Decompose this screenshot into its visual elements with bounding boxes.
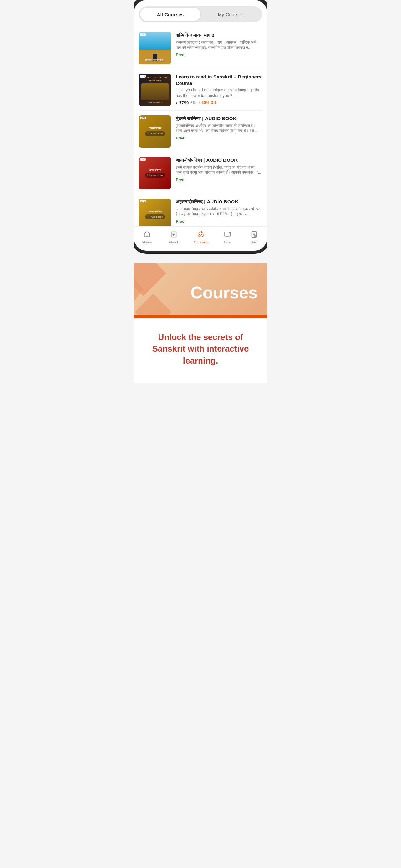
- bottom-nav: Home A Ebook ॐ Courses: [134, 226, 267, 251]
- live-badge: LIVE: [140, 117, 146, 119]
- tagline-section: Unlock the secrets of Sanskrit with inte…: [134, 318, 267, 383]
- list-item[interactable]: LIVE आत्मबोधोपनिषद 🎧 AUDIO BOOK आत्मबोधो…: [139, 152, 262, 194]
- course-desc: Have you heard of a unique ancient langu…: [176, 88, 262, 98]
- live-badge: LIVE: [140, 158, 146, 161]
- course-title: मुंडको उपनिषद | AUDIO BOOK: [176, 115, 262, 122]
- course-price: • ₹799 ₹999 20% Off: [176, 100, 262, 105]
- tagline-text: Unlock the secrets of Sanskrit with inte…: [143, 331, 258, 367]
- list-item[interactable]: LIVE अमृतनादोपनिषद 🎧 AUDIO BOOK अमृतनादो…: [139, 194, 262, 226]
- headphone-icon: 🎧: [147, 132, 150, 135]
- home-icon: [143, 230, 151, 239]
- course-info: मुंडको उपनिषद | AUDIO BOOK मुण्डकोपनिषद …: [176, 115, 262, 141]
- price-original: ₹999: [190, 100, 199, 105]
- nav-home-label: Home: [143, 240, 152, 244]
- thumbnail-text: मुण्डकोपनिषद्: [149, 127, 161, 130]
- course-info: अमृतनादोपनिषद | AUDIO BOOK अमृतनादोपनिषद…: [176, 198, 262, 224]
- audio-badge: 🎧 AUDIO BOOK: [145, 173, 165, 178]
- course-title: वाल्मिकि रामायण भाग 2: [176, 32, 262, 38]
- nav-courses-label: Courses: [194, 240, 207, 244]
- nav-live-label: Live: [224, 240, 230, 244]
- audio-label: AUDIO BOOK: [151, 175, 163, 176]
- quiz-icon: [250, 230, 258, 239]
- headphone-icon: 🎧: [147, 174, 150, 177]
- course-list: वाल्मीकि रामायण भाग 2 LIVE वाल्मिकि रामा…: [134, 27, 267, 226]
- list-item[interactable]: LIVE LEARN TO READ INSANSKRIT AMRITHA KA…: [139, 69, 262, 111]
- course-desc: अमृतनादोपनिषद कृष्ण यजुर्वेदीय शाखा के अ…: [176, 206, 262, 217]
- thumbnail-text: वाल्मीकि रामायण भाग 2: [139, 59, 171, 62]
- phone-frame: All Courses My Courses वाल्मीकि रामायण भ…: [134, 0, 267, 251]
- banner-title: Courses: [140, 283, 261, 302]
- svg-rect-1: [146, 235, 148, 237]
- live-badge: LIVE: [140, 200, 146, 203]
- nav-ebook-label: Ebook: [169, 240, 179, 244]
- price-free: Free: [176, 177, 184, 182]
- audio-badge: 🎧 AUDIO BOOK: [145, 214, 165, 219]
- nav-quiz-label: Quiz: [250, 240, 258, 244]
- nav-quiz[interactable]: Quiz: [244, 230, 264, 244]
- nav-courses[interactable]: ॐ Courses: [191, 230, 210, 244]
- svg-point-8: [228, 232, 229, 234]
- course-info: Learn to read in Sanskrit – Beginners Co…: [176, 73, 262, 105]
- course-price: Free: [176, 219, 262, 224]
- nav-ebook[interactable]: A Ebook: [164, 230, 183, 244]
- price-current: ₹799: [179, 100, 189, 105]
- tab-my-courses[interactable]: My Courses: [201, 8, 261, 21]
- price-free: Free: [176, 52, 184, 57]
- course-thumbnail: LIVE आत्मबोधोपनिषद 🎧 AUDIO BOOK: [139, 157, 171, 189]
- courses-icon: ॐ: [196, 230, 205, 239]
- list-item[interactable]: LIVE मुण्डकोपनिषद् 🎧 AUDIO BOOK मुंडको उ…: [139, 111, 262, 152]
- course-price: Free: [176, 52, 262, 57]
- audio-label: AUDIO BOOK: [151, 216, 163, 218]
- course-thumbnail: LIVE मुण्डकोपनिषद् 🎧 AUDIO BOOK: [139, 115, 171, 148]
- svg-text:A: A: [173, 234, 175, 237]
- thumbnail-text: आत्मबोधोपनिषद: [149, 168, 161, 172]
- course-title: Learn to read in Sanskrit – Beginners Co…: [176, 73, 262, 86]
- price-dot: •: [176, 100, 177, 105]
- list-item[interactable]: वाल्मीकि रामायण भाग 2 LIVE वाल्मिकि रामा…: [139, 27, 262, 69]
- course-price: Free: [176, 177, 262, 182]
- course-thumbnail: LIVE LEARN TO READ INSANSKRIT AMRITHA KA…: [139, 73, 171, 106]
- courses-section: Courses Unlock the secrets of Sanskrit w…: [134, 264, 267, 383]
- course-title: आत्मबोधोपनिषद | AUDIO BOOK: [176, 157, 262, 163]
- course-info: वाल्मिकि रामायण भाग 2 रामायण (संस्कृत : …: [176, 32, 262, 57]
- audio-label: AUDIO BOOK: [151, 133, 163, 135]
- courses-banner: Courses: [134, 264, 267, 315]
- price-free: Free: [176, 219, 184, 224]
- nav-home[interactable]: Home: [137, 230, 157, 244]
- thumbnail-author: AMRITHA KAILAS: [148, 101, 161, 103]
- course-desc: रामायण (संस्कृत : रामायणम् = राम + आयणम्…: [176, 40, 262, 51]
- headphone-icon: 🎧: [147, 215, 150, 218]
- audio-badge: 🎧 AUDIO BOOK: [145, 131, 165, 136]
- tab-all-courses[interactable]: All Courses: [140, 8, 201, 21]
- nav-live[interactable]: Live: [218, 230, 237, 244]
- course-info: आत्मबोधोपनिषद | AUDIO BOOK इसमें साधक प्…: [176, 157, 262, 182]
- price-free: Free: [176, 135, 184, 141]
- price-discount: 20% Off: [202, 100, 216, 105]
- tab-switcher: All Courses My Courses: [139, 6, 262, 22]
- course-title: अमृतनादोपनिषद | AUDIO BOOK: [176, 198, 262, 205]
- svg-marker-0: [144, 231, 150, 237]
- thumbnail-text: अमृतनादोपनिषद: [149, 210, 162, 213]
- thumbnail-text: LEARN TO READ INSANSKRIT: [143, 76, 167, 82]
- live-badge: LIVE: [140, 75, 146, 78]
- course-thumbnail: वाल्मीकि रामायण भाग 2 LIVE: [139, 32, 171, 64]
- orange-band: [134, 315, 267, 318]
- live-icon: [223, 230, 232, 239]
- live-badge: LIVE: [140, 33, 146, 36]
- course-desc: मुण्डकोपनिषद अथर्ववेद की शौनकीय शाखा से …: [176, 123, 262, 134]
- course-thumbnail: LIVE अमृतनादोपनिषद 🎧 AUDIO BOOK: [139, 198, 171, 226]
- course-price: Free: [176, 135, 262, 141]
- course-desc: इसमें साधक प्रार्थना करता है-शंख, चक्र ए…: [176, 165, 262, 176]
- ebook-icon: A: [169, 230, 178, 239]
